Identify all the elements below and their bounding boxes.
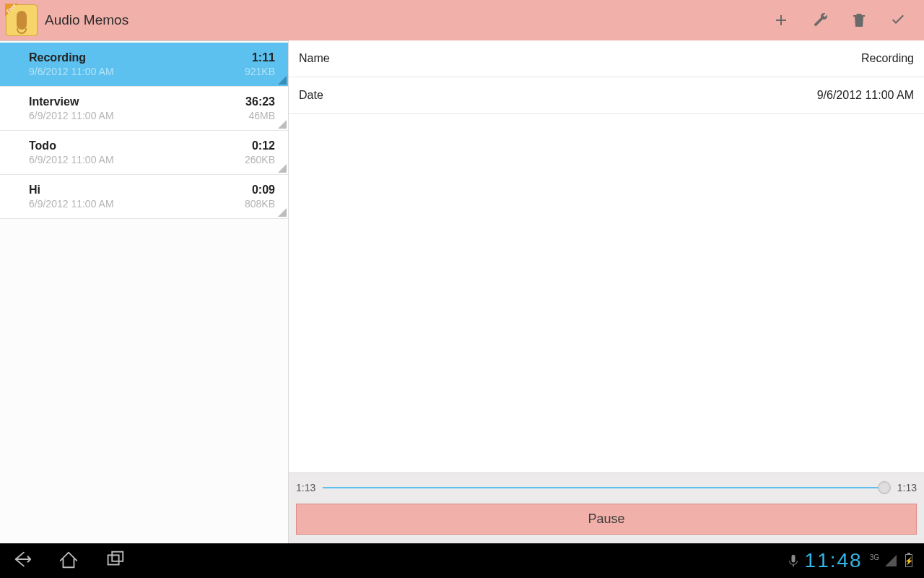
resize-grip-icon[interactable]	[278, 208, 287, 217]
recording-datetime: 6/9/2012 11:00 AM	[29, 110, 245, 121]
recent-apps-icon	[104, 548, 126, 570]
home-icon	[58, 548, 79, 570]
total-time: 1:13	[897, 482, 917, 493]
recording-duration: 0:12	[245, 139, 275, 152]
resize-grip-icon[interactable]	[278, 120, 287, 129]
recording-duration: 1:11	[245, 51, 275, 64]
done-button[interactable]	[886, 9, 910, 32]
detail-name-label: Name	[299, 52, 330, 65]
home-button[interactable]	[58, 548, 79, 573]
resize-grip-icon[interactable]	[278, 76, 287, 85]
app-toolbar: Free Audio Memos	[0, 0, 924, 40]
elapsed-time: 1:13	[296, 482, 315, 493]
recording-row[interactable]: Recording 9/6/2012 11:00 AM 1:11 921KB	[0, 43, 288, 87]
recording-size: 260KB	[245, 154, 275, 165]
plus-icon	[772, 12, 790, 29]
recording-title: Recording	[29, 51, 245, 64]
recording-size: 808KB	[245, 198, 275, 210]
recording-size: 921KB	[245, 66, 275, 77]
wrench-icon	[811, 12, 829, 29]
delete-button[interactable]	[847, 9, 871, 32]
svg-rect-0	[108, 555, 119, 564]
recording-datetime: 6/9/2012 11:00 AM	[29, 198, 245, 210]
detail-name-row[interactable]: Name Recording	[289, 40, 924, 77]
recent-apps-button[interactable]	[104, 548, 126, 573]
seek-slider[interactable]	[323, 480, 890, 495]
system-clock[interactable]: 11:48	[805, 549, 863, 572]
recording-title: Interview	[29, 95, 245, 108]
detail-date-label: Date	[299, 89, 323, 102]
recording-row[interactable]: Hi 6/9/2012 11:00 AM 0:09 808KB	[0, 175, 288, 219]
battery-icon: ⚡	[905, 554, 912, 567]
check-icon	[889, 12, 907, 29]
voice-input-icon[interactable]	[788, 553, 799, 568]
system-nav-bar: 11:48 3G ⚡	[0, 543, 924, 578]
pause-button[interactable]: Pause	[296, 504, 917, 535]
signal-icon	[885, 555, 897, 566]
app-title: Audio Memos	[45, 12, 128, 28]
network-label: 3G	[870, 553, 879, 561]
resize-grip-icon[interactable]	[278, 164, 287, 173]
recording-duration: 0:09	[245, 184, 275, 197]
recording-title: Todo	[29, 139, 245, 152]
recording-size: 46MB	[245, 110, 275, 121]
recording-datetime: 6/9/2012 11:00 AM	[29, 154, 245, 165]
recording-title: Hi	[29, 184, 245, 197]
settings-button[interactable]	[808, 9, 832, 32]
recordings-list: Recording 9/6/2012 11:00 AM 1:11 921KB I…	[0, 40, 289, 543]
add-button[interactable]	[770, 9, 793, 32]
svg-rect-1	[112, 552, 123, 561]
player-panel: 1:13 1:13 Pause	[289, 473, 924, 543]
recording-datetime: 9/6/2012 11:00 AM	[29, 66, 245, 77]
back-button[interactable]	[12, 548, 33, 573]
detail-date-row[interactable]: Date 9/6/2012 11:00 AM	[289, 77, 924, 114]
recording-row[interactable]: Todo 6/9/2012 11:00 AM 0:12 260KB	[0, 131, 288, 175]
seek-thumb[interactable]	[878, 481, 891, 494]
back-icon	[12, 548, 33, 570]
detail-date-value: 9/6/2012 11:00 AM	[817, 89, 914, 102]
app-icon: Free	[6, 4, 38, 36]
detail-panel: Name Recording Date 9/6/2012 11:00 AM 1:…	[289, 40, 924, 543]
recording-duration: 36:23	[245, 95, 275, 108]
trash-icon	[850, 12, 868, 29]
detail-name-value: Recording	[861, 52, 914, 65]
recording-row[interactable]: Interview 6/9/2012 11:00 AM 36:23 46MB	[0, 87, 288, 131]
